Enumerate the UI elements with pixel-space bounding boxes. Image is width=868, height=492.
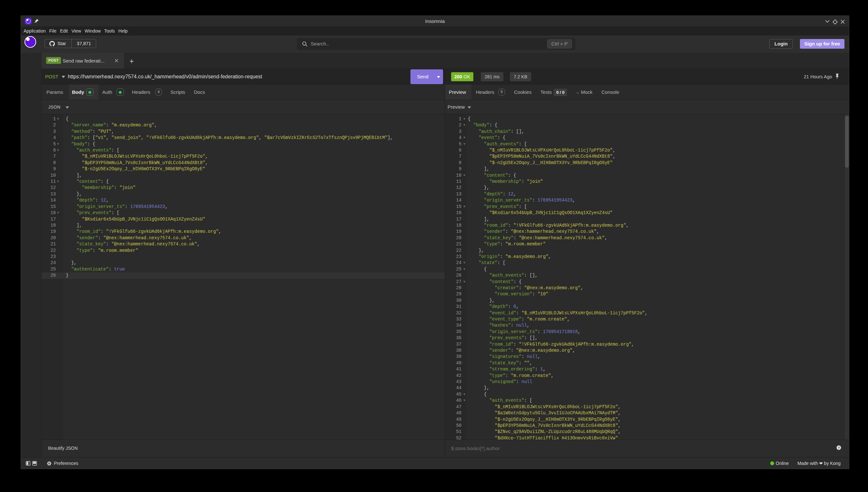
svg-text:?: ? <box>838 446 840 449</box>
